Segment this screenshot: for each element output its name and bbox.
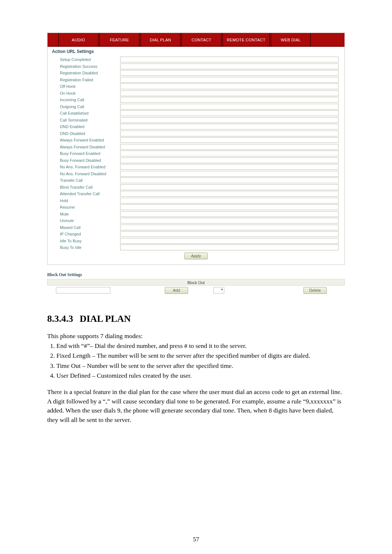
chevron-down-icon: ▾ (221, 287, 223, 291)
label-blind-transfer-call: Blind Transfer Call (51, 185, 120, 189)
list-item: 4. User Defined – Customized rules creat… (47, 371, 345, 380)
input-resume[interactable] (120, 204, 339, 210)
label-registration-success: Registration Success (51, 64, 120, 69)
input-on-hook[interactable] (120, 90, 339, 96)
input-incoming-call[interactable] (120, 97, 339, 103)
heading-number: 8.3.4.3 (47, 313, 73, 324)
label-dnd-disabled: DND Disabled (51, 131, 120, 136)
tab-dial-plan[interactable]: DIAL PLAN (140, 33, 180, 47)
intro-text: This phone supports 7 dialing modes: (47, 332, 345, 341)
input-no-ans-forward-enabled[interactable] (120, 164, 339, 170)
list-item: 3. Time Out – Number will be sent to the… (47, 361, 345, 370)
input-call-established[interactable] (120, 110, 339, 116)
list-item: 2. Fixed Length – The number will be sen… (47, 351, 345, 360)
label-no-ans-forward-disabled: No Ans. Forward Disabled (51, 172, 120, 176)
input-busy-to-idle[interactable] (120, 245, 339, 250)
input-call-terminated[interactable] (120, 117, 339, 123)
label-on-hook: On Hook (51, 91, 120, 95)
settings-panel: AUDIO FEATURE DIAL PLAN CONTACT REMOTE C… (47, 33, 345, 265)
paragraph: There is a special feature in the dial p… (47, 387, 345, 424)
input-setup-completed[interactable] (120, 57, 339, 62)
label-hold: Hold (51, 198, 120, 203)
block-out-section: Block Out Settings Block Out Add ▾ Delet… (47, 270, 345, 296)
input-off-hook[interactable] (120, 83, 339, 89)
input-registration-success[interactable] (120, 63, 339, 69)
label-transfer-call: Transfer Call (51, 178, 120, 182)
input-dnd-disabled[interactable] (120, 131, 339, 136)
input-blind-transfer-call[interactable] (120, 184, 339, 190)
page-number: 57 (0, 536, 392, 543)
input-registration-disabled[interactable] (120, 70, 339, 76)
heading-dial-plan: 8.3.4.3DIAL PLAN (47, 313, 345, 324)
tab-strip: AUDIO FEATURE DIAL PLAN CONTACT REMOTE C… (48, 33, 344, 47)
label-no-ans-forward-enabled: No Ans. Forward Enabled (51, 165, 120, 169)
label-busy-forward-enabled: Busy Forward Enabled (51, 151, 120, 156)
label-busy-to-idle: Busy To Idle (51, 245, 120, 250)
tab-contact[interactable]: CONTACT (181, 33, 221, 47)
input-mute[interactable] (120, 211, 339, 217)
input-transfer-call[interactable] (120, 177, 339, 183)
tab-web-dial[interactable]: WEB DIAL (271, 33, 311, 47)
delete-button[interactable]: Delete (303, 287, 327, 294)
list-item: 1. End with “#”– Dial the desired number… (47, 341, 345, 350)
input-always-forward-disabled[interactable] (120, 144, 339, 150)
input-busy-forward-enabled[interactable] (120, 151, 339, 156)
section-title-block-out: Block Out Settings (47, 270, 345, 279)
label-off-hook: Off Hook (51, 84, 120, 89)
label-missed-call: Missed Call (51, 225, 120, 230)
input-unmute[interactable] (120, 218, 339, 223)
input-outgoing-call[interactable] (120, 104, 339, 110)
input-busy-forward-disabled[interactable] (120, 157, 339, 163)
document-body: 8.3.4.3DIAL PLAN This phone supports 7 d… (47, 313, 345, 424)
label-busy-forward-disabled: Busy Forward Disabled (51, 158, 120, 163)
label-call-established: Call Established (51, 111, 120, 115)
input-always-forward-enabled[interactable] (120, 137, 339, 143)
input-registration-failed[interactable] (120, 77, 339, 83)
label-call-terminated: Call Terminated (51, 118, 120, 122)
label-idle-to-busy: Idle To Busy (51, 239, 120, 243)
label-attended-transfer-call: Attended Transfer Call (51, 192, 120, 196)
tab-feature[interactable]: FEATURE (99, 33, 139, 47)
add-button[interactable]: Add (165, 287, 188, 294)
input-dnd-enabled[interactable] (120, 124, 339, 130)
block-out-caption: Block Out (47, 279, 345, 286)
label-registration-disabled: Registration Disabled (51, 71, 120, 75)
label-resume: Resume (51, 205, 120, 209)
input-no-ans-forward-disabled[interactable] (120, 171, 339, 177)
label-registration-failed: Registration Failed (51, 78, 120, 82)
input-attended-transfer-call[interactable] (120, 191, 339, 197)
label-dnd-enabled: DND Enabled (51, 124, 120, 129)
label-incoming-call: Incoming Call (51, 98, 120, 102)
block-out-select[interactable]: ▾ (213, 287, 224, 294)
input-missed-call[interactable] (120, 225, 339, 230)
tab-remote-contact[interactable]: REMOTE CONTACT (222, 33, 270, 47)
label-setup-completed: Setup Completed (51, 57, 120, 62)
label-ip-changed: IP Changed (51, 232, 120, 236)
action-url-form: Setup Completed Registration Success Reg… (48, 56, 344, 264)
tab-audio[interactable]: AUDIO (58, 33, 98, 47)
apply-button[interactable]: Apply (184, 253, 208, 259)
input-ip-changed[interactable] (120, 231, 339, 237)
block-out-input[interactable] (56, 287, 110, 294)
label-outgoing-call: Outgoing Call (51, 104, 120, 109)
label-always-forward-disabled: Always Forward Disabled (51, 145, 120, 149)
heading-text: DIAL PLAN (80, 313, 131, 324)
label-always-forward-enabled: Always Forward Enabled (51, 138, 120, 142)
label-mute: Mute (51, 212, 120, 216)
section-title-action-url: Action URL Settings (48, 47, 344, 56)
label-unmute: Unmute (51, 218, 120, 223)
input-idle-to-busy[interactable] (120, 238, 339, 244)
input-hold[interactable] (120, 198, 339, 204)
